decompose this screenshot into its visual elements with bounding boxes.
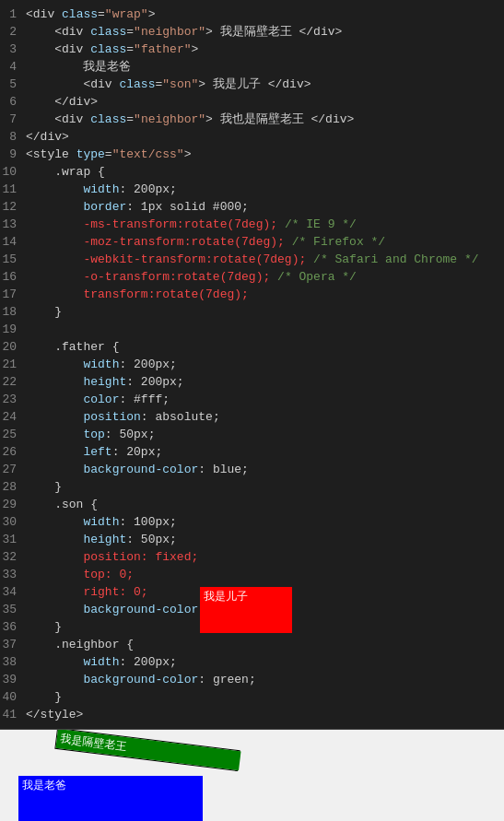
line-content: } xyxy=(26,478,62,496)
line-number: 1 xyxy=(0,6,26,23)
line-number: 31 xyxy=(0,531,26,548)
line-content: .neighbor { xyxy=(26,636,134,653)
line-number: 11 xyxy=(0,181,26,198)
line-content: 我是老爸 xyxy=(26,58,131,76)
code-line: 29 .son { xyxy=(0,496,504,513)
code-line: 18 } xyxy=(0,303,504,321)
code-line: 30 width: 100px; xyxy=(0,513,504,531)
line-number: 36 xyxy=(0,618,26,636)
code-line: 21 width: 200px; xyxy=(0,356,504,373)
code-line: 10 .wrap { xyxy=(0,163,504,181)
line-content: } xyxy=(26,303,62,321)
line-content: left: 20px; xyxy=(26,443,162,461)
line-number: 5 xyxy=(0,76,26,93)
code-line: 7 <div class="neighbor"> 我也是隔壁老王 </div> xyxy=(0,111,504,128)
line-number: 40 xyxy=(0,688,26,706)
line-number: 4 xyxy=(0,58,26,76)
line-number: 33 xyxy=(0,566,26,583)
line-number: 37 xyxy=(0,636,26,653)
line-content: .father { xyxy=(26,338,119,356)
code-line: 41</style> xyxy=(0,706,504,723)
line-content: <div class="father"> xyxy=(26,41,198,58)
line-number: 28 xyxy=(0,478,26,496)
code-line: 39 background-color: green; xyxy=(0,671,504,688)
code-line: 22 height: 200px; xyxy=(0,373,504,391)
line-number: 26 xyxy=(0,443,26,461)
code-line: 5 <div class="son"> 我是儿子 </div> xyxy=(0,76,504,93)
line-content: height: 200px; xyxy=(26,373,184,391)
line-number: 10 xyxy=(0,163,26,181)
code-line: 6 </div> xyxy=(0,93,504,111)
line-number: 35 xyxy=(0,601,26,618)
code-line: 12 border: 1px solid #000; xyxy=(0,198,504,216)
demo-father: 我是老爸 xyxy=(18,776,203,821)
line-number: 13 xyxy=(0,216,26,233)
code-line: 14 -moz-transform:rotate(7deg); /* Firef… xyxy=(0,233,504,251)
line-number: 27 xyxy=(0,461,26,478)
code-line: 33 top: 0; xyxy=(0,566,504,583)
code-line: 9<style type="text/css"> xyxy=(0,146,504,163)
line-content: width: 200px; xyxy=(26,356,177,373)
line-content: width: 200px; xyxy=(26,653,177,671)
line-content: position: fixed; xyxy=(26,548,198,566)
code-line: 4 我是老爸 xyxy=(0,58,504,76)
code-line: 25 top: 50px; xyxy=(0,426,504,443)
line-number: 38 xyxy=(0,653,26,671)
line-content: </div> xyxy=(26,128,69,146)
line-content: height: 50px; xyxy=(26,531,177,548)
code-line: 8</div> xyxy=(0,128,504,146)
line-content: <div class="neighbor"> 我也是隔壁老王 </div> xyxy=(26,111,354,128)
line-number: 14 xyxy=(0,233,26,251)
code-line: 28 } xyxy=(0,478,504,496)
code-line: 26 left: 20px; xyxy=(0,443,504,461)
code-line: 37 .neighbor { xyxy=(0,636,504,653)
line-number: 15 xyxy=(0,251,26,268)
line-content: -webkit-transform:rotate(7deg); /* Safar… xyxy=(26,251,479,268)
line-number: 2 xyxy=(0,23,26,41)
line-number: 32 xyxy=(0,548,26,566)
code-line: 23 color: #fff; xyxy=(0,391,504,408)
line-content: background-color: blue; xyxy=(26,461,249,478)
line-content: border: 1px solid #000; xyxy=(26,198,249,216)
line-number: 3 xyxy=(0,41,26,58)
demo-neighbor1: 我是隔壁老王 xyxy=(55,729,240,770)
line-number: 12 xyxy=(0,198,26,216)
line-number: 39 xyxy=(0,671,26,688)
line-content: right: 0; xyxy=(26,583,148,601)
line-number: 18 xyxy=(0,303,26,321)
code-line: 31 height: 50px; xyxy=(0,531,504,548)
line-content: } xyxy=(26,618,62,636)
code-line: 2 <div class="neighbor"> 我是隔壁老王 </div> xyxy=(0,23,504,41)
line-content: </style> xyxy=(26,706,83,723)
preview-area: 我是隔壁老王 我是老爸 我是儿子 我也是隔壁老王 xyxy=(0,729,504,821)
demo-wrap: 我是隔壁老王 xyxy=(54,729,240,771)
line-number: 22 xyxy=(0,373,26,391)
line-number: 7 xyxy=(0,111,26,128)
code-line: 16 -o-transform:rotate(7deg); /* Opera *… xyxy=(0,268,504,286)
line-number: 23 xyxy=(0,391,26,408)
line-content: -moz-transform:rotate(7deg); /* Firefox … xyxy=(26,233,385,251)
line-content: -ms-transform:rotate(7deg); /* IE 9 */ xyxy=(26,216,357,233)
line-content: color: #fff; xyxy=(26,391,170,408)
line-content: <style type="text/css"> xyxy=(26,146,191,163)
line-content: .son { xyxy=(26,496,98,513)
line-number: 19 xyxy=(0,321,26,338)
line-content: width: 100px; xyxy=(26,513,177,531)
line-number: 16 xyxy=(0,268,26,286)
line-content: top: 50px; xyxy=(26,426,155,443)
code-line: 3 <div class="father"> xyxy=(0,41,504,58)
code-line: 15 -webkit-transform:rotate(7deg); /* Sa… xyxy=(0,251,504,268)
line-content: -o-transform:rotate(7deg); /* Opera */ xyxy=(26,268,357,286)
line-number: 41 xyxy=(0,706,26,723)
line-content: position: absolute; xyxy=(26,408,220,426)
line-number: 6 xyxy=(0,93,26,111)
code-line: 17 transform:rotate(7deg); xyxy=(0,286,504,303)
line-number: 29 xyxy=(0,496,26,513)
code-line: 11 width: 200px; xyxy=(0,181,504,198)
code-line: 24 position: absolute; xyxy=(0,408,504,426)
line-number: 30 xyxy=(0,513,26,531)
line-number: 20 xyxy=(0,338,26,356)
code-line: 13 -ms-transform:rotate(7deg); /* IE 9 *… xyxy=(0,216,504,233)
line-content: } xyxy=(26,688,62,706)
line-content: width: 200px; xyxy=(26,181,177,198)
